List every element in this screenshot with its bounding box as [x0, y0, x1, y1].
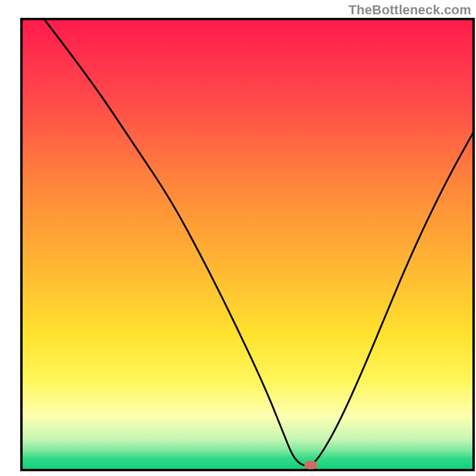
plot-background — [21, 19, 474, 470]
attribution-text: TheBottleneck.com — [349, 2, 471, 18]
chart-container: { "attribution": "TheBottleneck.com", "c… — [0, 0, 476, 476]
minimum-marker — [304, 461, 317, 469]
bottleneck-chart — [0, 0, 476, 476]
